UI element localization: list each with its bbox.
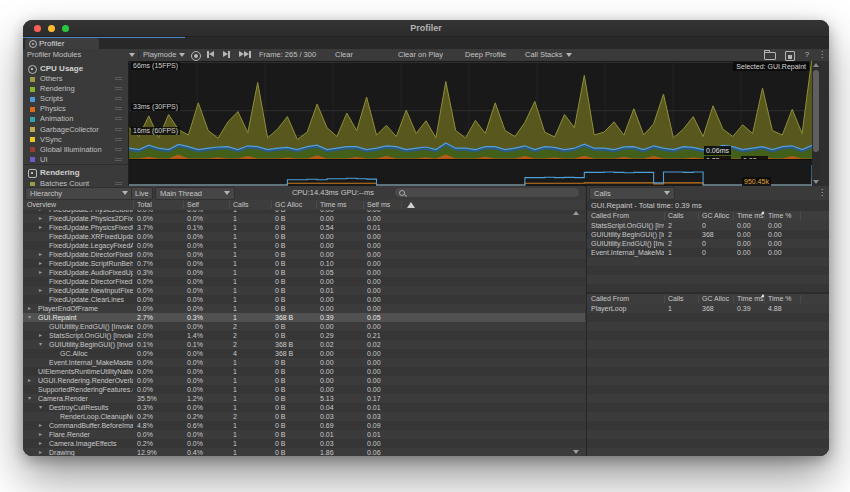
table-row[interactable]: ▸StatsScript.OnGUI() [Invoke]2.0%1.4%20 … (23, 331, 585, 340)
drag-handle-icon[interactable] (115, 128, 122, 129)
column-called-from[interactable]: Called From (591, 211, 629, 221)
cpu-usage-chart[interactable]: 66ms (15FPS) 33ms (30FPS) 16ms (60FPS) S… (129, 61, 812, 159)
column-total[interactable]: Total (137, 200, 152, 210)
column-time-ms[interactable]: Time ms (737, 211, 764, 221)
table-row[interactable]: FixedUpdate.XRFixedUpdate0.0%0.0%10 B0.0… (23, 232, 585, 241)
module-legend-item[interactable]: VSync (23, 135, 128, 145)
call-stacks-dropdown[interactable]: Call Stacks (525, 49, 572, 61)
record-button[interactable] (191, 51, 201, 61)
column-overview[interactable]: Overview (27, 200, 56, 210)
rendering-chart[interactable]: 950.45k (129, 159, 812, 187)
scrollbar-thumb[interactable] (813, 70, 819, 152)
module-legend-item[interactable]: Physics (23, 104, 128, 114)
expand-toggle-icon[interactable]: ▸ (39, 259, 47, 268)
load-profile-button[interactable] (761, 50, 777, 60)
expand-toggle-icon[interactable]: ▸ (39, 223, 47, 232)
module-legend-item[interactable]: Animation (23, 114, 128, 124)
thread-dropdown[interactable]: Main Thread (155, 187, 235, 200)
column-time-pct[interactable]: Time % (768, 211, 791, 221)
table-row[interactable]: ▾GUIUtility.BeginGUI() [Invoke]0.1%0.1%2… (23, 340, 585, 349)
playmode-dropdown[interactable]: Playmode (143, 49, 185, 61)
table-scroll-up-icon[interactable] (573, 211, 579, 215)
table-row[interactable]: PlayerLoop13680.394.88 (587, 304, 829, 313)
collapse-toggle-icon[interactable]: ▾ (39, 340, 47, 349)
table-row[interactable]: ▸FixedUpdate.AudioFixedUpdate0.3%0.0%10 … (23, 268, 585, 277)
table-row[interactable]: SupportedRenderingFeatures.Get0.0%0.0%10… (23, 385, 585, 394)
rendering-module-header[interactable]: Rendering (23, 167, 128, 178)
expand-toggle-icon[interactable]: ▸ (39, 286, 47, 295)
scroll-down-icon[interactable] (813, 180, 819, 184)
drag-handle-icon[interactable] (115, 87, 122, 88)
table-row[interactable]: ▸PlayerEndOfFrame0.0%0.0%10 B0.000.00 (23, 304, 585, 313)
column-calls[interactable]: Calls (668, 294, 684, 304)
current-frame-button[interactable] (239, 49, 251, 61)
scroll-up-icon[interactable] (813, 63, 819, 67)
table-row[interactable]: GUIUtility.EndGUI() [Invoke]200.000.00 (587, 239, 829, 248)
expand-toggle-icon[interactable]: ▸ (39, 448, 47, 456)
table-row[interactable]: GUIUtility.BeginGUI() [Invoke]23680.000.… (587, 230, 829, 239)
drag-handle-icon[interactable] (115, 117, 122, 118)
details-view-dropdown[interactable]: Calls (589, 187, 675, 200)
table-row[interactable]: ▸UGUI.Rendering.RenderOverlays0.0%0.0%10… (23, 376, 585, 385)
expand-toggle-icon[interactable]: ▸ (39, 430, 47, 439)
table-row[interactable]: ▸CommandBuffer.BeforeImageEffects4.8%0.6… (23, 421, 585, 430)
search-input[interactable] (395, 188, 579, 197)
column-gc-alloc[interactable]: GC Alloc (275, 200, 302, 210)
table-row[interactable]: ▸FixedUpdate.DirectorFixedUpdate0.0%0.0%… (23, 250, 585, 259)
column-time-pct[interactable]: Time % (768, 294, 791, 304)
table-row[interactable]: Event.Internal_MakeMasterEventCurrent100… (587, 248, 829, 257)
clear-button[interactable]: Clear (335, 49, 353, 61)
table-row[interactable]: ▸Camera.ImageEffects0.2%0.0%10 B0.030.00 (23, 439, 585, 448)
table-row[interactable]: GUIUtility.EndGUI() [Invoke]0.0%0.0%20 B… (23, 322, 585, 331)
table-row[interactable]: ▾DestroyCullResults0.3%0.0%10 B0.040.01 (23, 403, 585, 412)
column-calls[interactable]: Calls (668, 211, 684, 221)
drag-handle-icon[interactable] (115, 107, 122, 108)
collapse-all-icon[interactable] (407, 202, 415, 208)
charts-scrollbar[interactable] (812, 61, 820, 186)
table-row[interactable]: ▾Camera.Render35.5%1.2%10 B5.130.17 (23, 394, 585, 403)
table-row[interactable]: FixedUpdate.ClearLines0.0%0.0%10 B0.000.… (23, 295, 585, 304)
module-legend-item[interactable]: GarbageCollector (23, 125, 128, 135)
table-scroll-down-icon[interactable] (573, 450, 579, 454)
clear-on-play-button[interactable]: Clear on Play (398, 49, 443, 61)
table-row[interactable]: Event.Internal_MakeMasterEventCurrent0.0… (23, 358, 585, 367)
drag-handle-icon[interactable] (115, 97, 122, 98)
drag-handle-icon[interactable] (115, 182, 122, 183)
previous-frame-button[interactable] (207, 49, 214, 61)
column-time-ms[interactable]: Time ms (737, 294, 764, 304)
table-row[interactable]: ▸Flare.Render0.0%0.0%10 B0.010.01 (23, 430, 585, 439)
save-profile-button[interactable] (781, 50, 797, 60)
drag-handle-icon[interactable] (115, 77, 122, 78)
column-gc-alloc[interactable]: GC Alloc (702, 211, 729, 221)
drag-handle-icon[interactable] (115, 138, 122, 139)
module-legend-item[interactable]: Others (23, 74, 128, 84)
profiler-modules-dropdown[interactable]: Profiler Modules (27, 49, 135, 61)
module-legend-item[interactable]: Rendering (23, 84, 128, 94)
table-row[interactable]: UIElementsRuntimeUtilityNative.UpdatePan… (23, 367, 585, 376)
table-row[interactable]: GC.Alloc0.0%0.0%4368 B0.000.00 (23, 349, 585, 358)
table-row[interactable]: ▾GUI.Repaint2.7%0.3%1368 B0.390.05 (23, 313, 585, 322)
column-gc-alloc[interactable]: GC Alloc (702, 294, 729, 304)
next-frame-button[interactable] (223, 49, 230, 61)
help-button[interactable]: ? (799, 50, 815, 60)
expand-toggle-icon[interactable]: ▸ (28, 304, 36, 313)
table-row[interactable]: ▸FixedUpdate.PhysicsFixedUpdate3.7%0.1%1… (23, 223, 585, 232)
cpu-usage-module-header[interactable]: CPU Usage (23, 63, 128, 74)
context-menu-button[interactable]: ⋮ (814, 50, 829, 60)
table-row[interactable]: ▸Drawing12.9%0.4%10 B1.860.06 (23, 448, 585, 456)
module-legend-item[interactable]: Global Illumination (23, 145, 128, 155)
table-row[interactable]: RenderLoop.CleanupNodeQueue0.2%0.2%20 B0… (23, 412, 585, 421)
deep-profile-button[interactable]: Deep Profile (465, 49, 506, 61)
drag-handle-icon[interactable] (115, 148, 122, 149)
expand-toggle-icon[interactable]: ▸ (39, 250, 47, 259)
collapse-toggle-icon[interactable]: ▾ (28, 394, 36, 403)
column-calls[interactable]: Calls (233, 200, 249, 210)
expand-toggle-icon[interactable]: ▸ (39, 439, 47, 448)
collapse-toggle-icon[interactable]: ▾ (39, 403, 47, 412)
drag-handle-icon[interactable] (115, 158, 122, 159)
expand-toggle-icon[interactable]: ▸ (39, 214, 47, 223)
table-row[interactable]: ▸FixedUpdate.NewInputFixedUpdate0.0%0.0%… (23, 286, 585, 295)
expand-toggle-icon[interactable]: ▸ (39, 421, 47, 430)
column-time-ms[interactable]: Time ms (320, 200, 347, 210)
expand-toggle-icon[interactable]: ▸ (39, 268, 47, 277)
